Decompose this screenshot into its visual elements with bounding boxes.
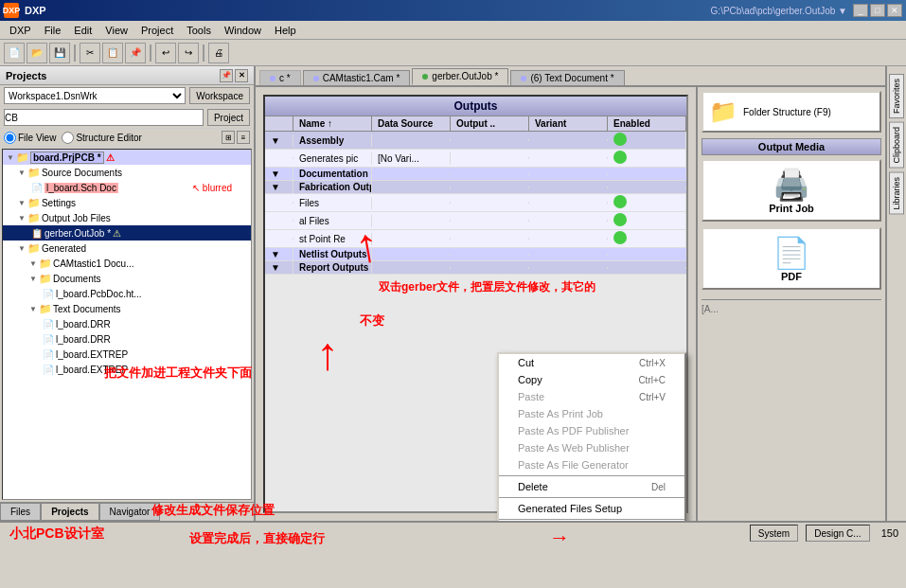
favorites-tab[interactable]: Favorites <box>889 74 904 118</box>
copy-btn[interactable]: 📋 <box>102 43 123 63</box>
tree-item-drr2[interactable]: 📄 l_board.DRR <box>3 331 251 347</box>
tree-item-gerber-outjob[interactable]: 📋 gerber.OutJob * ⚠ <box>3 225 251 241</box>
libraries-tab[interactable]: Libraries <box>889 172 904 215</box>
tab-c[interactable]: c * <box>259 70 301 85</box>
tab-gerber-outjob[interactable]: gerber.OutJob * <box>412 68 508 85</box>
app-icon: DXP <box>4 3 19 18</box>
print-job-item[interactable]: 🖨️ Print Job <box>702 159 881 222</box>
bottom-tabs: Files Projects Navigator <box>0 502 254 521</box>
tree-item-sch[interactable]: 📄 l_board.Sch Doc ↖ blurred <box>3 180 251 195</box>
tab-files[interactable]: Files <box>0 503 41 521</box>
tree-item-settings[interactable]: ▼ 📁 Settings <box>3 195 251 210</box>
group-documentation[interactable]: ▼ Documentation Outputs <box>265 168 686 181</box>
tree-item-text-docs[interactable]: ▼ 📁 Text Documents <box>3 301 251 316</box>
tree-item-generated[interactable]: ▼ 📁 Generated <box>3 241 251 256</box>
ctx-copy[interactable]: Copy Ctrl+C <box>499 371 684 388</box>
open-btn[interactable]: 📂 <box>27 43 47 63</box>
ctx-delete-label: Delete <box>518 481 548 492</box>
pdf-item[interactable]: 📄 PDF <box>702 227 881 290</box>
tree-item-extrep1[interactable]: 📄 l_board.EXTREP <box>3 347 251 362</box>
project-btn[interactable]: Project <box>207 109 250 126</box>
tree-item-source-docs[interactable]: ▼ 📁 Source Documents <box>3 165 251 180</box>
ctx-paste-label: Paste <box>518 391 544 402</box>
ctx-delete-shortcut: Del <box>651 482 666 492</box>
panel-pin-btn[interactable]: 📌 <box>220 69 233 82</box>
ctx-cut[interactable]: Cut Ctrl+X <box>499 354 684 371</box>
print-job-label: Print Job <box>769 203 814 214</box>
undo-btn[interactable]: ↩ <box>155 43 176 63</box>
context-menu: Cut Ctrl+X Copy Ctrl+C Paste Ctrl+V Past… <box>497 352 686 521</box>
new-btn[interactable]: 📄 <box>4 43 25 63</box>
ctx-delete[interactable]: Delete Del <box>499 478 684 495</box>
tab-bar: c * CAMtastic1.Cam * gerber.OutJob * (6)… <box>256 66 885 87</box>
col-enabled: Enabled <box>608 116 686 131</box>
menu-project[interactable]: Project <box>135 23 179 38</box>
output-row-fab-2[interactable]: al Files <box>265 212 686 230</box>
status-bar: System Design C... 150 <box>0 521 906 543</box>
group-report[interactable]: ▼ Report Outputs <box>265 261 686 275</box>
tab-navigator[interactable]: Navigator <box>99 503 161 521</box>
group-assembly[interactable]: ▼ Assembly <box>265 132 686 150</box>
tab-projects[interactable]: Projects <box>41 503 98 521</box>
tree-item-documents[interactable]: ▼ 📁 Documents <box>3 271 251 286</box>
menu-dxp[interactable]: DXP <box>4 23 37 38</box>
panel-controls: 📌 ✕ <box>220 69 248 82</box>
filter-input[interactable] <box>4 109 204 126</box>
output-row-fab-1[interactable]: Files <box>265 194 686 212</box>
panel-close-btn[interactable]: ✕ <box>235 69 248 82</box>
redo-btn[interactable]: ↪ <box>178 43 199 63</box>
workspace-bar: Workspace1.DsnWrk Workspace <box>0 85 254 107</box>
status-zoom: 150 <box>881 527 898 539</box>
folder-structure-item[interactable]: 📁 Folder Structure (F9) <box>702 91 881 133</box>
cut-btn[interactable]: ✂ <box>80 43 100 63</box>
tree-item-camtastic[interactable]: ▼ 📁 CAMtastic1 Docu... <box>3 256 251 271</box>
view-btn1[interactable]: ⊞ <box>222 131 235 144</box>
menu-view[interactable]: View <box>99 23 133 38</box>
structure-editor-radio[interactable]: Structure Editor <box>62 132 141 144</box>
menu-tools[interactable]: Tools <box>181 23 217 38</box>
tree-item-project[interactable]: ▼ 📁 board.PrjPCB * ⚠ <box>3 150 251 165</box>
toolbar: 📄 📂 💾 ✂ 📋 📌 ↩ ↪ 🖨 <box>0 40 906 66</box>
close-button[interactable]: ✕ <box>887 4 902 17</box>
clipboard-tab[interactable]: Clipboard <box>889 122 904 169</box>
col-variant: Variant <box>529 116 608 131</box>
view-btn2[interactable]: ≡ <box>237 131 250 144</box>
folder-structure-label: Folder Structure (F9) <box>743 107 831 117</box>
output-media-title: Output Media <box>702 138 881 155</box>
save-btn[interactable]: 💾 <box>49 43 70 63</box>
window-controls: _ □ ✕ <box>853 4 902 17</box>
ctx-sep1 <box>499 475 684 476</box>
maximize-button[interactable]: □ <box>870 4 885 17</box>
minimize-button[interactable]: _ <box>853 4 868 17</box>
ctx-paste-file-gen: Paste As File Generator <box>499 456 684 473</box>
ctx-generated-files-setup[interactable]: Generated Files Setup <box>499 500 684 517</box>
menu-window[interactable]: Window <box>219 23 267 38</box>
menu-help[interactable]: Help <box>269 23 302 38</box>
path-display: G:\PCb\ad\pcb\gerber.OutJob ▼ <box>711 6 847 16</box>
tab-text-document[interactable]: (6) Text Document * <box>510 70 624 85</box>
print-btn[interactable]: 🖨 <box>208 43 229 63</box>
group-fabrication[interactable]: ▼ Fabrication Outputs <box>265 181 686 194</box>
menu-edit[interactable]: Edit <box>68 23 98 38</box>
workspace-btn[interactable]: Workspace <box>189 87 250 104</box>
ctx-paste-file-gen-label: Paste As File Generator <box>518 459 629 471</box>
right-content: c * CAMtastic1.Cam * gerber.OutJob * (6)… <box>256 66 885 521</box>
tree-item-extrep2[interactable]: 📄 l_board.EXTREP <box>3 362 251 377</box>
workspace-select[interactable]: Workspace1.DsnWrk <box>4 87 186 104</box>
ctx-generated-files-setup-label: Generated Files Setup <box>518 503 622 514</box>
project-tree[interactable]: ▼ 📁 board.PrjPCB * ⚠ ▼ 📁 Source Document… <box>2 149 252 500</box>
media-panel: 📁 Folder Structure (F9) Output Media 🖨️ … <box>696 87 885 521</box>
file-view-radio[interactable]: File View <box>4 132 56 144</box>
menu-file[interactable]: File <box>39 23 67 38</box>
title-bar: DXP DXP G:\PCb\ad\pcb\gerber.OutJob ▼ _ … <box>0 0 906 21</box>
tab-camtastic[interactable]: CAMtastic1.Cam * <box>303 70 411 85</box>
toolbar-sep2 <box>150 45 151 62</box>
output-row-assembly-1[interactable]: Generates pic [No Vari... <box>265 150 686 168</box>
ctx-copy-shortcut: Ctrl+C <box>638 375 666 385</box>
paste-btn[interactable]: 📌 <box>125 43 146 63</box>
tree-item-drr1[interactable]: 📄 l_board.DRR <box>3 316 251 331</box>
output-row-fab-3[interactable]: st Point Re <box>265 230 686 248</box>
tree-item-output-job-files[interactable]: ▼ 📁 Output Job Files <box>3 210 251 225</box>
tree-item-pcbdoc[interactable]: 📄 l_board.PcbDoc.ht... <box>3 286 251 301</box>
group-netlist[interactable]: ▼ Netlist Outputs <box>265 248 686 261</box>
